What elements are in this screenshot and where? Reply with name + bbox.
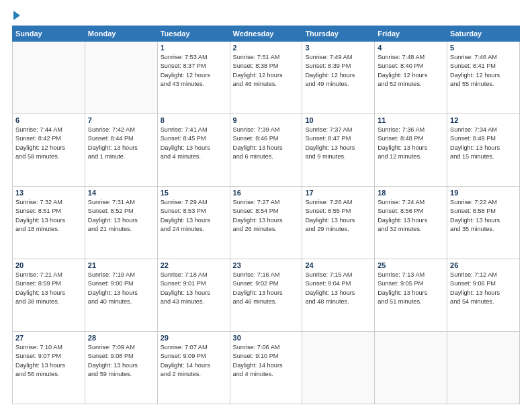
- day-info: Sunrise: 7:36 AM Sunset: 8:48 PM Dayligh…: [378, 126, 444, 161]
- day-info: Sunrise: 7:09 AM Sunset: 9:08 PM Dayligh…: [88, 343, 154, 379]
- calendar-cell: 10Sunrise: 7:37 AM Sunset: 8:47 PM Dayli…: [302, 114, 375, 187]
- day-info: Sunrise: 7:49 AM Sunset: 8:39 PM Dayligh…: [305, 53, 371, 89]
- day-info: Sunrise: 7:34 AM Sunset: 8:49 PM Dayligh…: [450, 126, 517, 161]
- day-number: 20: [15, 261, 82, 269]
- weekday-header-wednesday: Wednesday: [230, 26, 302, 42]
- day-info: Sunrise: 7:37 AM Sunset: 8:47 PM Dayligh…: [305, 126, 371, 161]
- weekday-header-saturday: Saturday: [447, 26, 520, 42]
- day-info: Sunrise: 7:41 AM Sunset: 8:45 PM Dayligh…: [161, 126, 227, 161]
- day-info: Sunrise: 7:10 AM Sunset: 9:07 PM Dayligh…: [15, 343, 82, 379]
- day-info: Sunrise: 7:22 AM Sunset: 8:58 PM Dayligh…: [450, 198, 517, 234]
- calendar-cell: 20Sunrise: 7:21 AM Sunset: 8:59 PM Dayli…: [13, 259, 85, 332]
- day-number: 18: [378, 189, 444, 197]
- day-info: Sunrise: 7:31 AM Sunset: 8:52 PM Dayligh…: [88, 198, 154, 234]
- calendar-cell: 11Sunrise: 7:36 AM Sunset: 8:48 PM Dayli…: [375, 114, 447, 187]
- calendar-cell: 5Sunrise: 7:46 AM Sunset: 8:41 PM Daylig…: [447, 42, 520, 114]
- day-number: 6: [15, 116, 82, 124]
- calendar-cell: 24Sunrise: 7:15 AM Sunset: 9:04 PM Dayli…: [302, 259, 375, 332]
- day-info: Sunrise: 7:29 AM Sunset: 8:53 PM Dayligh…: [161, 198, 227, 234]
- logo-triangle-icon: [13, 11, 20, 20]
- week-row-5: 27Sunrise: 7:10 AM Sunset: 9:07 PM Dayli…: [13, 332, 520, 404]
- day-number: 10: [305, 116, 371, 124]
- calendar-cell: [375, 332, 447, 404]
- day-info: Sunrise: 7:32 AM Sunset: 8:51 PM Dayligh…: [15, 198, 82, 234]
- day-number: 9: [233, 116, 300, 124]
- day-number: 22: [161, 261, 227, 269]
- weekday-header-monday: Monday: [85, 26, 157, 42]
- day-info: Sunrise: 7:15 AM Sunset: 9:04 PM Dayligh…: [305, 271, 371, 306]
- day-info: Sunrise: 7:24 AM Sunset: 8:56 PM Dayligh…: [378, 198, 444, 234]
- day-number: 17: [305, 189, 371, 197]
- day-info: Sunrise: 7:27 AM Sunset: 8:54 PM Dayligh…: [233, 198, 300, 234]
- week-row-2: 6Sunrise: 7:44 AM Sunset: 8:42 PM Daylig…: [13, 114, 520, 187]
- calendar-cell: [447, 332, 520, 404]
- calendar-cell: 26Sunrise: 7:12 AM Sunset: 9:06 PM Dayli…: [447, 259, 520, 332]
- day-number: 27: [15, 334, 82, 342]
- day-info: Sunrise: 7:12 AM Sunset: 9:06 PM Dayligh…: [450, 271, 517, 306]
- calendar-cell: 22Sunrise: 7:18 AM Sunset: 9:01 PM Dayli…: [157, 259, 230, 332]
- calendar-table: SundayMondayTuesdayWednesdayThursdayFrid…: [12, 26, 520, 404]
- day-number: 29: [161, 334, 227, 342]
- day-info: Sunrise: 7:19 AM Sunset: 9:00 PM Dayligh…: [88, 271, 154, 306]
- calendar-cell: 6Sunrise: 7:44 AM Sunset: 8:42 PM Daylig…: [13, 114, 85, 187]
- weekday-header-row: SundayMondayTuesdayWednesdayThursdayFrid…: [13, 26, 520, 42]
- day-info: Sunrise: 7:21 AM Sunset: 8:59 PM Dayligh…: [15, 271, 82, 306]
- page: SundayMondayTuesdayWednesdayThursdayFrid…: [0, 0, 532, 411]
- day-info: Sunrise: 7:42 AM Sunset: 8:44 PM Dayligh…: [88, 126, 154, 161]
- calendar-cell: 1Sunrise: 7:53 AM Sunset: 8:37 PM Daylig…: [157, 42, 230, 114]
- day-number: 19: [450, 189, 517, 197]
- day-number: 24: [305, 261, 371, 269]
- day-info: Sunrise: 7:46 AM Sunset: 8:41 PM Dayligh…: [450, 53, 517, 89]
- day-number: 25: [378, 261, 444, 269]
- day-number: 23: [233, 261, 300, 269]
- calendar-cell: 18Sunrise: 7:24 AM Sunset: 8:56 PM Dayli…: [375, 187, 447, 259]
- day-number: 3: [305, 44, 371, 52]
- calendar-cell: 29Sunrise: 7:07 AM Sunset: 9:09 PM Dayli…: [157, 332, 230, 404]
- day-info: Sunrise: 7:18 AM Sunset: 9:01 PM Dayligh…: [161, 271, 227, 306]
- calendar-cell: 19Sunrise: 7:22 AM Sunset: 8:58 PM Dayli…: [447, 187, 520, 259]
- week-row-3: 13Sunrise: 7:32 AM Sunset: 8:51 PM Dayli…: [13, 187, 520, 259]
- day-number: 5: [450, 44, 517, 52]
- day-number: 4: [378, 44, 444, 52]
- calendar-cell: [302, 332, 375, 404]
- calendar-cell: 14Sunrise: 7:31 AM Sunset: 8:52 PM Dayli…: [85, 187, 157, 259]
- header: [12, 12, 520, 20]
- calendar-cell: 30Sunrise: 7:06 AM Sunset: 9:10 PM Dayli…: [230, 332, 302, 404]
- day-number: 8: [161, 116, 227, 124]
- weekday-header-friday: Friday: [375, 26, 447, 42]
- calendar-cell: 3Sunrise: 7:49 AM Sunset: 8:39 PM Daylig…: [302, 42, 375, 114]
- day-info: Sunrise: 7:51 AM Sunset: 8:38 PM Dayligh…: [233, 53, 300, 89]
- day-info: Sunrise: 7:13 AM Sunset: 9:05 PM Dayligh…: [378, 271, 444, 306]
- calendar-cell: [13, 42, 85, 114]
- calendar-cell: 25Sunrise: 7:13 AM Sunset: 9:05 PM Dayli…: [375, 259, 447, 332]
- week-row-4: 20Sunrise: 7:21 AM Sunset: 8:59 PM Dayli…: [13, 259, 520, 332]
- day-number: 15: [161, 189, 227, 197]
- weekday-header-tuesday: Tuesday: [157, 26, 230, 42]
- weekday-header-thursday: Thursday: [302, 26, 375, 42]
- calendar-cell: 28Sunrise: 7:09 AM Sunset: 9:08 PM Dayli…: [85, 332, 157, 404]
- day-number: 30: [233, 334, 300, 342]
- calendar-cell: 9Sunrise: 7:39 AM Sunset: 8:46 PM Daylig…: [230, 114, 302, 187]
- week-row-1: 1Sunrise: 7:53 AM Sunset: 8:37 PM Daylig…: [13, 42, 520, 114]
- day-info: Sunrise: 7:07 AM Sunset: 9:09 PM Dayligh…: [161, 343, 227, 379]
- day-info: Sunrise: 7:26 AM Sunset: 8:55 PM Dayligh…: [305, 198, 371, 234]
- day-info: Sunrise: 7:06 AM Sunset: 9:10 PM Dayligh…: [233, 343, 300, 379]
- calendar-cell: 17Sunrise: 7:26 AM Sunset: 8:55 PM Dayli…: [302, 187, 375, 259]
- calendar-cell: 16Sunrise: 7:27 AM Sunset: 8:54 PM Dayli…: [230, 187, 302, 259]
- day-number: 11: [378, 116, 444, 124]
- day-number: 28: [88, 334, 154, 342]
- calendar-cell: [85, 42, 157, 114]
- calendar-cell: 13Sunrise: 7:32 AM Sunset: 8:51 PM Dayli…: [13, 187, 85, 259]
- day-info: Sunrise: 7:44 AM Sunset: 8:42 PM Dayligh…: [15, 126, 82, 161]
- day-number: 1: [161, 44, 227, 52]
- day-number: 26: [450, 261, 517, 269]
- day-number: 21: [88, 261, 154, 269]
- day-number: 14: [88, 189, 154, 197]
- day-info: Sunrise: 7:39 AM Sunset: 8:46 PM Dayligh…: [233, 126, 300, 161]
- day-number: 12: [450, 116, 517, 124]
- day-number: 7: [88, 116, 154, 124]
- calendar-cell: 2Sunrise: 7:51 AM Sunset: 8:38 PM Daylig…: [230, 42, 302, 114]
- day-info: Sunrise: 7:16 AM Sunset: 9:02 PM Dayligh…: [233, 271, 300, 306]
- calendar-cell: 15Sunrise: 7:29 AM Sunset: 8:53 PM Dayli…: [157, 187, 230, 259]
- calendar-cell: 21Sunrise: 7:19 AM Sunset: 9:00 PM Dayli…: [85, 259, 157, 332]
